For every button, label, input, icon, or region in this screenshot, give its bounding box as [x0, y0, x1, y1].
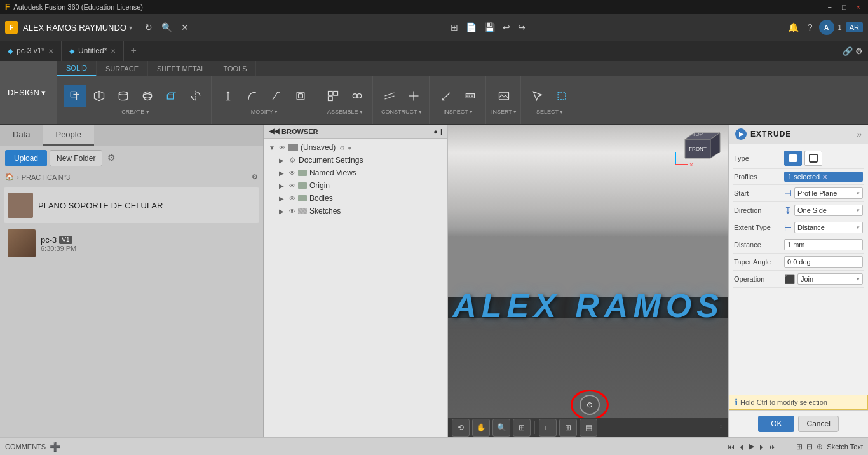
playback-end-icon[interactable]: ⏭ — [769, 443, 776, 451]
tab-pc3[interactable]: ◆ pc-3 v1* ✕ — [0, 41, 62, 61]
view-center-button[interactable]: ⊙ — [580, 395, 600, 415]
ok-button[interactable]: OK — [758, 416, 794, 432]
create-revolve-icon[interactable] — [184, 85, 207, 107]
orbit-button[interactable]: ⟲ — [452, 419, 470, 437]
display-settings-button[interactable]: □ — [539, 419, 557, 437]
playback-next-icon[interactable]: ⏵ — [758, 443, 765, 451]
tree-eye-namedviews[interactable]: 👁 — [289, 170, 295, 177]
tab-untitled-close[interactable]: ✕ — [111, 48, 116, 55]
create-extrude-icon[interactable] — [160, 85, 183, 107]
timeline-icon3[interactable]: ⊕ — [817, 442, 823, 451]
maximize-button[interactable]: □ — [839, 3, 849, 11]
close-panel-button[interactable]: ✕ — [179, 21, 191, 34]
browser-pin-icon[interactable]: | — [440, 128, 442, 135]
modify-chamfer-icon[interactable] — [265, 85, 288, 107]
type-surface-button[interactable] — [804, 151, 822, 166]
grid-icon[interactable]: ⊞ — [448, 21, 461, 34]
tree-item-origin[interactable]: ▶ 👁 Origin — [266, 179, 445, 192]
select-icon[interactable] — [526, 85, 549, 107]
help-icon[interactable]: ? — [805, 21, 815, 34]
breadcrumb-settings[interactable]: ⚙ — [252, 173, 258, 181]
select-box-icon[interactable] — [550, 85, 573, 107]
tab-data[interactable]: Data — [0, 125, 43, 146]
minimize-button[interactable]: − — [825, 3, 834, 11]
assemble-joint-icon[interactable] — [346, 85, 369, 107]
zoom-fit-button[interactable]: ⊞ — [513, 419, 531, 437]
tree-eye-bodies[interactable]: 👁 — [289, 195, 295, 202]
panel-settings-icon[interactable]: ⚙ — [105, 150, 118, 166]
extrude-expand-icon[interactable]: » — [857, 129, 862, 139]
close-button[interactable]: × — [854, 3, 863, 11]
tree-unsaved-dot[interactable]: ● — [348, 144, 351, 151]
modify-shell-icon[interactable] — [289, 85, 312, 107]
refresh-button[interactable]: ↻ — [142, 21, 155, 34]
tab-extra-icon1[interactable]: 🔗 — [843, 46, 853, 56]
home-icon[interactable]: 🏠 — [5, 173, 14, 181]
more-options-icon[interactable]: ⋮ — [717, 424, 724, 432]
file-item-pc3[interactable]: pc-3 V1 6:30:39 PM — [4, 226, 259, 261]
navigation-cube[interactable]: TOP FRONT Z X — [672, 130, 723, 168]
timeline-icon1[interactable]: ⊞ — [796, 442, 803, 451]
cancel-button[interactable]: Cancel — [798, 416, 838, 432]
create-cylinder-icon[interactable] — [112, 85, 135, 107]
assemble-new-icon[interactable] — [322, 85, 344, 107]
tab-untitled[interactable]: ◆ Untitled* ✕ — [62, 41, 124, 61]
browser-options-icon[interactable]: ● — [433, 128, 438, 135]
start-dropdown[interactable]: Profile Plane ▾ — [794, 187, 863, 199]
tree-item-unsaved[interactable]: ▼ 👁 (Unsaved) ⚙ ● — [266, 141, 445, 154]
construct-offset-plane-icon[interactable] — [378, 85, 401, 107]
tab-solid[interactable]: SOLID — [57, 61, 97, 76]
search-button[interactable]: 🔍 — [159, 21, 175, 34]
browser-collapse-icon[interactable]: ◀◀ — [269, 127, 279, 135]
save-icon[interactable]: 💾 — [482, 21, 498, 34]
zoom-button[interactable]: 🔍 — [492, 419, 510, 437]
tab-people[interactable]: People — [43, 125, 93, 146]
upload-button[interactable]: Upload — [5, 150, 47, 166]
timeline-icon2[interactable]: ⊟ — [806, 442, 813, 451]
profiles-clear-button[interactable]: ✕ — [822, 173, 827, 180]
tree-eye-sketches[interactable]: 👁 — [289, 208, 295, 215]
modify-fillet-icon[interactable] — [241, 85, 264, 107]
tab-pc3-close[interactable]: ✕ — [48, 48, 53, 55]
view-options-button[interactable]: ▤ — [580, 419, 597, 437]
create-sphere-icon[interactable] — [136, 85, 159, 107]
breadcrumb-text[interactable]: PRACTICA N°3 — [22, 173, 71, 181]
tree-item-sketches[interactable]: ▶ 👁 Sketches — [266, 205, 445, 217]
user-dropdown-icon[interactable]: ▾ — [129, 24, 132, 31]
create-box-icon[interactable] — [88, 85, 111, 107]
tab-tools[interactable]: TOOLS — [214, 61, 256, 76]
tree-unsaved-gear[interactable]: ⚙ — [339, 144, 345, 151]
tree-item-namedviews[interactable]: ▶ 👁 Named Views — [266, 166, 445, 179]
inspect-measure-icon[interactable] — [435, 85, 458, 107]
new-doc-icon[interactable]: 📄 — [463, 21, 479, 34]
playback-play-icon[interactable]: ▶ — [749, 442, 754, 451]
user-avatar[interactable]: A — [819, 20, 834, 35]
grid-button[interactable]: ⊞ — [559, 419, 577, 437]
operation-dropdown[interactable]: Join ▾ — [797, 273, 863, 285]
construct-axis-icon[interactable] — [402, 85, 425, 107]
redo-icon[interactable]: ↪ — [515, 21, 528, 34]
tree-eye-origin[interactable]: 👁 — [289, 182, 295, 189]
inspect-section-icon[interactable] — [459, 85, 482, 107]
playback-start-icon[interactable]: ⏮ — [728, 443, 735, 451]
pan-button[interactable]: ✋ — [472, 419, 490, 437]
insert-image-icon[interactable] — [492, 85, 515, 107]
undo-icon[interactable]: ↩ — [500, 21, 513, 34]
tree-item-docsettings[interactable]: ▶ ⚙ Document Settings — [266, 154, 445, 166]
extenttype-dropdown[interactable]: Distance ▾ — [794, 222, 863, 233]
playback-prev-icon[interactable]: ⏴ — [738, 443, 745, 451]
tab-extra-icon2[interactable]: ⚙ — [855, 46, 863, 56]
distance-input[interactable]: 1 mm — [784, 239, 863, 250]
notification-icon[interactable]: 🔔 — [785, 21, 801, 34]
direction-dropdown[interactable]: One Side ▾ — [794, 205, 863, 216]
tree-eye-unsaved[interactable]: 👁 — [279, 144, 285, 151]
design-dropdown-button[interactable]: DESIGN ▾ — [0, 61, 57, 124]
taper-input[interactable]: 0.0 deg — [784, 256, 863, 268]
tab-sheetmetal[interactable]: SHEET METAL — [148, 61, 214, 76]
tab-surface[interactable]: SURFACE — [97, 61, 148, 76]
comments-add-icon[interactable]: ➕ — [50, 442, 60, 452]
new-tab-button[interactable]: + — [124, 41, 142, 61]
create-new-component-icon[interactable] — [64, 85, 86, 107]
type-solid-button[interactable] — [784, 151, 802, 166]
tree-item-bodies[interactable]: ▶ 👁 Bodies — [266, 192, 445, 205]
